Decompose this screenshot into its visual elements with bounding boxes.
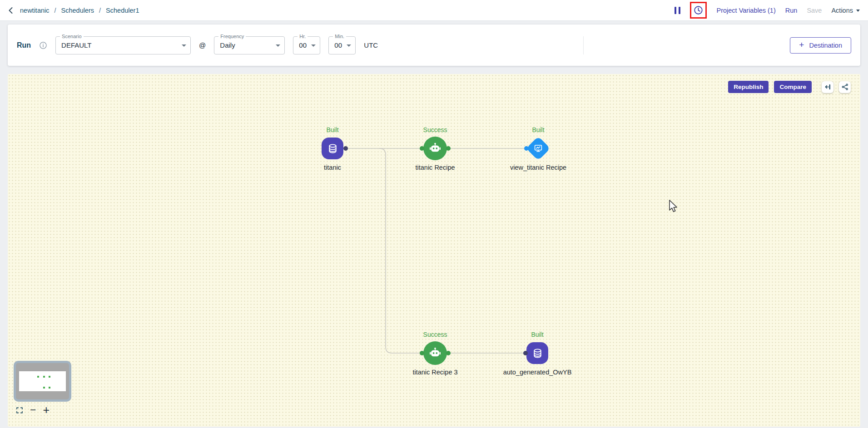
database-icon bbox=[327, 143, 339, 155]
flow-node-titanic[interactable]: Built titanic bbox=[321, 137, 344, 160]
scheduler-run-label: Run bbox=[17, 41, 31, 49]
node-status: Success bbox=[423, 126, 447, 133]
node-status: Built bbox=[532, 126, 544, 133]
flow-canvas[interactable]: Built titanic Success bbox=[8, 74, 860, 427]
highlight-box bbox=[690, 2, 707, 19]
info-icon[interactable] bbox=[39, 41, 47, 49]
scenario-select-label: Scenario bbox=[60, 34, 83, 39]
collapse-panel-button[interactable] bbox=[822, 81, 833, 93]
flow-minimap[interactable] bbox=[14, 361, 71, 402]
node-label: view_titanic Recipe bbox=[510, 164, 566, 171]
breadcrumb: newtitanic / Schedulers / Scheduler1 bbox=[8, 7, 139, 14]
actions-menu-button[interactable]: Actions bbox=[831, 7, 860, 14]
run-button[interactable]: Run bbox=[785, 7, 798, 14]
minute-select[interactable]: Min. 00 bbox=[328, 36, 356, 54]
node-label: auto_generated_OwYB bbox=[503, 369, 572, 376]
minimap-node-dot bbox=[43, 387, 45, 389]
minimap-node-dot bbox=[49, 376, 50, 378]
view-shape bbox=[526, 136, 551, 161]
divider bbox=[583, 36, 584, 54]
chevron-down-icon bbox=[311, 44, 316, 47]
input-port bbox=[523, 351, 528, 355]
recipe-shape bbox=[423, 137, 447, 160]
node-label: titanic Recipe 3 bbox=[412, 369, 457, 376]
project-variables-button[interactable]: Project Variables (1) bbox=[716, 7, 775, 14]
minute-select-label: Min. bbox=[333, 34, 346, 39]
hour-select-label: Hr. bbox=[298, 34, 308, 39]
chevron-down-icon bbox=[856, 10, 860, 12]
timezone-label: UTC bbox=[364, 41, 378, 49]
monitor-chart-icon bbox=[531, 141, 546, 156]
node-status: Built bbox=[531, 331, 543, 338]
node-label: titanic bbox=[324, 164, 341, 171]
share-icon bbox=[841, 83, 849, 91]
node-status: Success bbox=[423, 331, 447, 338]
output-port bbox=[343, 146, 348, 151]
input-port bbox=[524, 146, 529, 151]
hour-select-value: 00 bbox=[299, 41, 307, 49]
flow-node-titanic-recipe[interactable]: Success titanic Recipe bbox=[423, 137, 447, 160]
chevron-down-icon bbox=[276, 44, 280, 47]
node-status: Built bbox=[326, 126, 338, 133]
breadcrumb-scheduler1[interactable]: Scheduler1 bbox=[106, 7, 139, 14]
minimap-node-dot bbox=[49, 387, 50, 389]
share-button[interactable] bbox=[839, 81, 851, 93]
frequency-select-label: Frequency bbox=[218, 34, 246, 39]
pause-icon[interactable] bbox=[675, 7, 681, 14]
fit-screen-button[interactable] bbox=[16, 407, 23, 414]
exit-left-icon bbox=[824, 83, 832, 91]
scenario-select-value: DEFAULT bbox=[61, 41, 91, 49]
minimap-node-dot bbox=[37, 376, 39, 378]
breadcrumb-separator: / bbox=[99, 7, 101, 14]
compare-button[interactable]: Compare bbox=[774, 81, 812, 93]
zoom-out-button[interactable]: − bbox=[30, 405, 36, 415]
flow-node-titanic-recipe-3[interactable]: Success titanic Recipe 3 bbox=[423, 341, 447, 365]
schedule-clock-icon[interactable] bbox=[693, 5, 704, 15]
scenario-select[interactable]: Scenario DEFAULT bbox=[55, 36, 191, 54]
hour-select[interactable]: Hr. 00 bbox=[293, 36, 320, 54]
frequency-select-value: Daily bbox=[220, 41, 235, 49]
frequency-select[interactable]: Frequency Daily bbox=[214, 36, 285, 54]
recipe-shape bbox=[423, 341, 447, 365]
robot-icon bbox=[428, 346, 442, 360]
breadcrumb-schedulers[interactable]: Schedulers bbox=[61, 7, 94, 14]
node-label: titanic Recipe bbox=[415, 164, 455, 171]
zoom-in-button[interactable]: + bbox=[43, 404, 50, 416]
minimap-viewport bbox=[19, 371, 66, 391]
minute-select-value: 00 bbox=[334, 41, 342, 49]
destination-label: Destination bbox=[809, 42, 842, 49]
dataset-shape bbox=[322, 138, 343, 159]
robot-icon bbox=[428, 142, 442, 155]
chevron-down-icon bbox=[182, 44, 186, 47]
input-port bbox=[420, 146, 424, 151]
breadcrumb-project[interactable]: newtitanic bbox=[20, 7, 49, 14]
republish-button[interactable]: Republish bbox=[728, 81, 769, 93]
plus-icon: + bbox=[799, 40, 804, 49]
back-chevron-icon[interactable] bbox=[8, 7, 13, 14]
minimap-node-dot bbox=[43, 376, 45, 378]
input-port bbox=[420, 351, 424, 355]
database-icon bbox=[531, 347, 544, 359]
output-port bbox=[446, 146, 451, 151]
add-destination-button[interactable]: + Destination bbox=[790, 37, 851, 54]
at-symbol: @ bbox=[199, 41, 206, 49]
fit-screen-icon bbox=[16, 407, 23, 414]
flow-node-view-titanic-recipe[interactable]: Built view_titanic Recipe bbox=[526, 137, 550, 160]
top-header: newtitanic / Schedulers / Scheduler1 Pro… bbox=[0, 0, 868, 21]
scheduler-bar: Run Scenario DEFAULT @ Frequency Daily H… bbox=[8, 25, 860, 66]
actions-label: Actions bbox=[831, 7, 853, 14]
flow-node-auto-generated[interactable]: Built auto_generated_OwYB bbox=[526, 341, 549, 365]
save-button[interactable]: Save bbox=[807, 7, 822, 14]
chevron-down-icon bbox=[347, 44, 351, 47]
dataset-shape bbox=[526, 342, 548, 364]
breadcrumb-separator: / bbox=[54, 7, 56, 14]
output-port bbox=[446, 351, 451, 355]
